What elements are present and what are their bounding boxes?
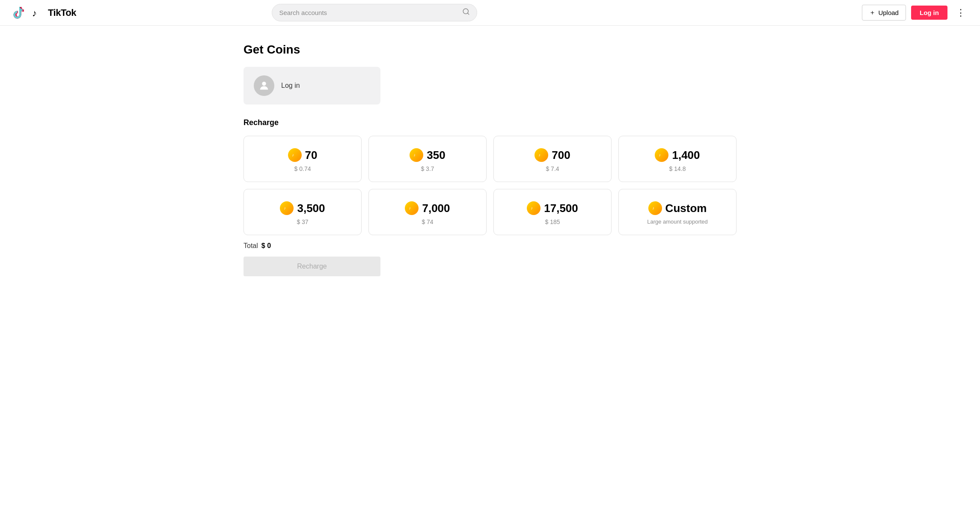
svg-text:♪: ♪ <box>652 206 654 210</box>
total-row: Total $ 0 <box>244 242 736 250</box>
logo-text: TikTok <box>48 7 76 18</box>
svg-text:♪: ♪ <box>32 8 37 18</box>
coin-top: ♪ 3,500 <box>280 201 325 215</box>
coin-price: $ 185 <box>545 218 560 225</box>
svg-text:♪: ♪ <box>292 152 294 157</box>
coin-icon: ♪ <box>280 201 294 215</box>
upload-button[interactable]: ＋ Upload <box>862 5 906 21</box>
upload-label: Upload <box>878 9 899 16</box>
search-input[interactable] <box>279 9 459 16</box>
login-button[interactable]: Log in <box>911 6 947 20</box>
coin-amount: 70 <box>305 149 318 162</box>
recharge-button[interactable]: Recharge <box>244 257 380 276</box>
coin-amount: 3,500 <box>297 202 325 215</box>
coin-amount: 350 <box>427 149 445 162</box>
svg-text:♪: ♪ <box>539 152 541 157</box>
coin-amount: Custom <box>665 202 707 215</box>
logo[interactable]: ♪ TikTok <box>10 5 76 21</box>
coin-card-1400[interactable]: ♪ 1,400 $ 14.8 <box>618 136 736 182</box>
coin-subtitle: Large amount supported <box>647 218 708 225</box>
coin-icon: ♪ <box>535 148 548 162</box>
coin-card-700[interactable]: ♪ 700 $ 7.4 <box>493 136 612 182</box>
svg-text:♪: ♪ <box>414 152 416 157</box>
svg-text:♪: ♪ <box>659 152 661 157</box>
svg-text:♪: ♪ <box>284 206 286 210</box>
main-content: Get Coins Log in Recharge ♪ 70 $ 0.74 <box>233 26 747 293</box>
coin-card-17500[interactable]: ♪ 17,500 $ 185 <box>493 189 612 235</box>
svg-point-1 <box>29 5 45 21</box>
search-container <box>272 4 477 21</box>
search-icon <box>462 8 470 18</box>
coin-top: ♪ 7,000 <box>405 201 450 215</box>
svg-point-5 <box>262 82 266 86</box>
coin-icon: ♪ <box>405 201 419 215</box>
coin-price: $ 3.7 <box>421 165 434 172</box>
coin-price: $ 37 <box>297 218 308 225</box>
search-bar <box>272 4 477 21</box>
coin-price: $ 14.8 <box>669 165 686 172</box>
coin-amount: 700 <box>552 149 570 162</box>
coin-top: ♪ 1,400 <box>655 148 700 162</box>
coin-top: ♪ 70 <box>288 148 318 162</box>
login-card-label: Log in <box>281 82 300 90</box>
svg-text:♪: ♪ <box>409 206 411 210</box>
total-value: $ 0 <box>261 242 271 250</box>
coin-price: $ 0.74 <box>294 165 311 172</box>
svg-text:♪: ♪ <box>531 206 533 210</box>
coin-icon: ♪ <box>410 148 423 162</box>
avatar <box>254 75 274 96</box>
coin-card-7000[interactable]: ♪ 7,000 $ 74 <box>368 189 487 235</box>
more-options-button[interactable]: ⋮ <box>953 6 970 20</box>
svg-line-4 <box>468 13 469 14</box>
coins-grid-row1: ♪ 70 $ 0.74 ♪ 350 $ 3.7 ♪ 700 <box>244 136 736 182</box>
coin-icon: ♪ <box>655 148 668 162</box>
header-actions: ＋ Upload Log in ⋮ <box>862 5 970 21</box>
coin-card-3500[interactable]: ♪ 3,500 $ 37 <box>244 189 362 235</box>
coins-grid-row2: ♪ 3,500 $ 37 ♪ 7,000 $ 74 ♪ 17,500 <box>244 189 736 235</box>
tiktok-logo-icon <box>10 5 26 21</box>
coin-price: $ 7.4 <box>546 165 559 172</box>
coin-amount: 1,400 <box>672 149 700 162</box>
coin-icon: ♪ <box>527 201 540 215</box>
coin-top: ♪ 350 <box>410 148 445 162</box>
coin-top: ♪ Custom <box>648 201 707 215</box>
coin-amount: 17,500 <box>544 202 578 215</box>
tiktok-logo-svg: ♪ <box>29 5 45 21</box>
coin-price: $ 74 <box>422 218 433 225</box>
page-title: Get Coins <box>244 43 736 57</box>
recharge-section-label: Recharge <box>244 118 736 127</box>
coin-card-custom[interactable]: ♪ Custom Large amount supported <box>618 189 736 235</box>
header: ♪ TikTok ＋ Upload Log in ⋮ <box>0 0 980 26</box>
login-card[interactable]: Log in <box>244 67 380 105</box>
coin-card-350[interactable]: ♪ 350 $ 3.7 <box>368 136 487 182</box>
coin-icon: ♪ <box>288 148 302 162</box>
total-label: Total <box>244 242 258 250</box>
coin-top: ♪ 17,500 <box>527 201 578 215</box>
coin-top: ♪ 700 <box>535 148 570 162</box>
upload-plus-icon: ＋ <box>869 9 876 17</box>
coin-icon: ♪ <box>648 201 662 215</box>
coin-amount: 7,000 <box>422 202 450 215</box>
coin-card-70[interactable]: ♪ 70 $ 0.74 <box>244 136 362 182</box>
